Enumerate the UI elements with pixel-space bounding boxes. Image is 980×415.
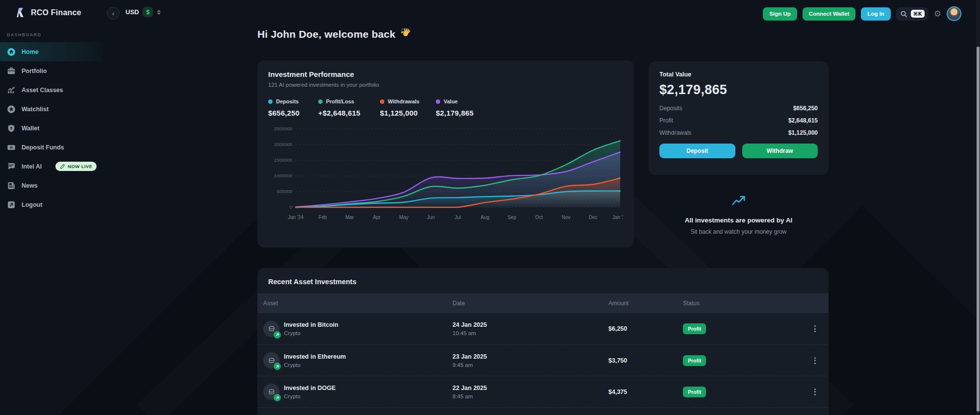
keyboard-shortcut-badge: ⌘K <box>911 10 925 18</box>
svg-text:Nov: Nov <box>562 215 571 220</box>
currency-symbol-badge: $ <box>143 7 153 17</box>
table-header-row: Asset Date Amount Status <box>257 293 829 313</box>
profit-arrow-badge <box>274 331 281 339</box>
svg-text:2500000: 2500000 <box>274 126 292 131</box>
ai-note: All investments are powered by AI Sit ba… <box>649 195 829 235</box>
investment-category: Crypto <box>284 393 336 399</box>
investment-time: 8:45 am <box>452 393 608 399</box>
news-icon <box>7 181 16 190</box>
investment-date: 23 Jan 2025 <box>452 353 608 360</box>
sidebar-item-news[interactable]: News <box>0 176 103 195</box>
svg-text:2000000: 2000000 <box>274 142 292 147</box>
chart-legend-values: $656,250 +$2,648,615 $1,125,000 $2,179,8… <box>268 109 623 117</box>
svg-text:0: 0 <box>290 204 292 210</box>
deposit-button[interactable]: Deposit <box>659 144 735 158</box>
rocket-icon <box>60 164 65 169</box>
table-row[interactable]: Invested in Bitcoin Crypto 24 Jan 2025 1… <box>257 313 829 344</box>
profit-arrow-badge <box>274 394 281 401</box>
sidebar-item-portfolio[interactable]: Portfolio <box>0 61 103 80</box>
profit-loss-value: +$2,648,615 <box>318 109 367 117</box>
scrollbar-thumb[interactable] <box>977 47 980 412</box>
user-avatar[interactable] <box>947 6 961 21</box>
status-badge: Profit <box>683 323 706 334</box>
sign-up-button[interactable]: Sign Up <box>763 7 797 21</box>
row-menu-button[interactable] <box>814 389 829 395</box>
chart-legend: Deposits Profit/Loss Withdrawals Value <box>268 98 623 104</box>
svg-text:Feb: Feb <box>319 215 327 220</box>
sidebar-item-label: Deposit Funds <box>22 144 64 151</box>
sidebar-item-home[interactable]: Home <box>0 42 103 61</box>
svg-text:Oct: Oct <box>535 215 543 220</box>
wave-emoji <box>401 27 411 41</box>
legend-dot-value <box>436 99 440 104</box>
investment-date: 24 Jan 2025 <box>452 321 608 328</box>
legend-withdrawals: Withdrawals <box>380 98 423 104</box>
connect-wallet-button[interactable]: Connect Wallet <box>803 7 856 21</box>
column-status: Status <box>683 300 786 307</box>
topbar-actions: Sign Up Connect Wallet Log In ⌘K ⚙ <box>763 6 961 21</box>
deposit-funds-banknote-icon: $ <box>7 143 16 152</box>
table-title: Recent Asset Investments <box>257 268 829 293</box>
brand-name: RCO Finance <box>31 8 81 17</box>
sidebar-item-label: Logout <box>22 201 42 208</box>
svg-text:Jul: Jul <box>455 215 461 220</box>
chevron-updown-icon <box>157 10 161 15</box>
investment-date: 22 Jan 2025 <box>452 385 608 391</box>
investment-title: Invested in Bitcoin <box>284 321 338 328</box>
withdrawals-row: Withdrawals $1,125,000 <box>659 129 818 136</box>
svg-text:1000000: 1000000 <box>274 173 292 178</box>
sidebar-item-intel-ai[interactable]: Intel AI NOW LIVE <box>0 157 103 176</box>
sidebar-item-logout[interactable]: Logout <box>0 195 103 214</box>
trending-up-icon <box>731 195 746 209</box>
investment-category: Crypto <box>284 362 346 368</box>
investment-amount: $3,750 <box>608 357 683 364</box>
withdraw-button[interactable]: Withdraw <box>742 144 818 158</box>
svg-text:Jun: Jun <box>427 215 435 220</box>
ai-note-title: All investments are powered by AI <box>649 217 829 224</box>
sidebar-item-deposit-funds[interactable]: $ Deposit Funds <box>0 138 103 157</box>
currency-selector[interactable]: USD $ <box>126 7 161 17</box>
sidebar-item-asset-classes[interactable]: Asset Classes <box>0 80 103 99</box>
ai-note-subtitle: Sit back and watch your money grow <box>649 228 829 235</box>
search-button[interactable]: ⌘K <box>896 7 929 21</box>
column-amount: Amount <box>608 300 683 307</box>
svg-text:Jan '24: Jan '24 <box>288 215 303 220</box>
legend-dot-profit-loss <box>318 99 323 104</box>
value-value: $2,179,865 <box>436 109 477 117</box>
investment-category: Crypto <box>284 330 338 336</box>
performance-area-chart: 05000001000000150000020000002500000Jan '… <box>268 123 623 226</box>
asset-classes-icon <box>7 86 16 95</box>
row-menu-button[interactable] <box>814 325 829 332</box>
investment-amount: $4,375 <box>608 389 683 395</box>
svg-text:Mar: Mar <box>346 215 354 220</box>
sidebar-item-label: Wallet <box>22 125 39 132</box>
topbar: RCO Finance ‹ USD $ Sign Up Connect Wall… <box>0 0 980 26</box>
log-in-button[interactable]: Log In <box>861 7 891 21</box>
investment-title: Invested in Ethereum <box>284 353 346 360</box>
legend-deposits: Deposits <box>268 98 305 104</box>
row-menu-button[interactable] <box>814 357 829 364</box>
now-live-badge: NOW LIVE <box>55 162 97 171</box>
legend-dot-withdrawals <box>380 99 384 104</box>
table-row[interactable]: Invested in Ethereum Crypto 23 Jan 2025 … <box>257 344 829 376</box>
sidebar-item-wallet[interactable]: Wallet <box>0 119 103 138</box>
status-badge: Profit <box>683 387 706 397</box>
sidebar-collapse-button[interactable]: ‹ <box>107 7 120 20</box>
profit-row: Profit $2,648,615 <box>659 117 818 124</box>
table-row[interactable]: Invested in DOGE Crypto 22 Jan 2025 8:45… <box>257 376 829 407</box>
deposits-row: Deposits $656,250 <box>659 105 818 112</box>
legend-dot-deposits <box>268 99 273 104</box>
withdrawals-value: $1,125,000 <box>380 109 423 117</box>
total-value-card: Total Value $2,179,865 Deposits $656,250… <box>649 61 829 175</box>
svg-text:$: $ <box>11 146 12 148</box>
sidebar-item-label: Intel AI <box>22 163 42 170</box>
recent-investments-card: Recent Asset Investments Asset Date Amou… <box>257 268 829 415</box>
sidebar-item-label: Asset Classes <box>22 87 63 94</box>
sidebar-section-label: DASHBOARD <box>7 32 103 37</box>
asset-coin-icon <box>263 321 279 337</box>
sidebar-item-watchlist[interactable]: Watchlist <box>0 99 103 119</box>
legend-profit-loss: Profit/Loss <box>318 98 367 104</box>
svg-text:Sep: Sep <box>507 215 516 220</box>
settings-gear-icon[interactable]: ⚙ <box>934 10 941 18</box>
sidebar: DASHBOARD Home Portfolio Asset Classes W… <box>0 26 103 214</box>
